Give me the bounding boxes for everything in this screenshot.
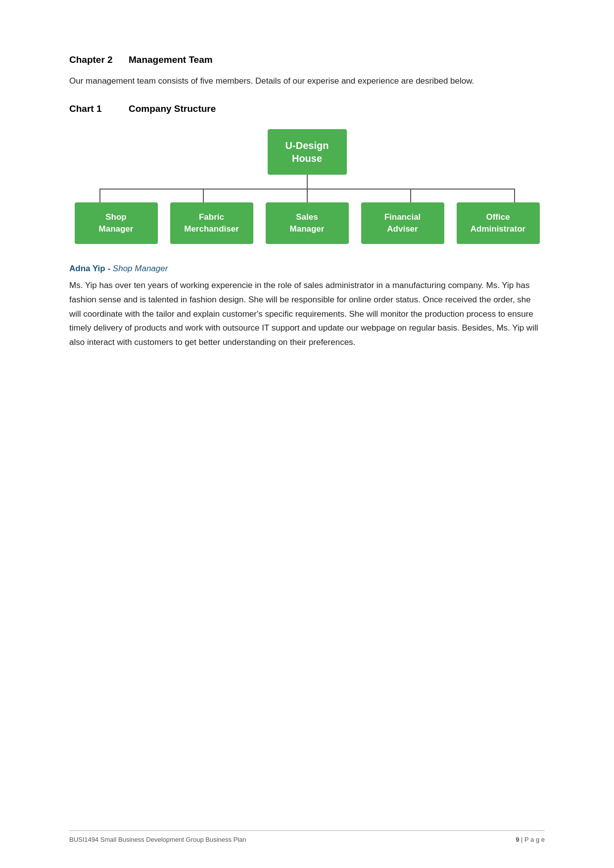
chapter-heading: Chapter 2 Management Team bbox=[69, 54, 545, 65]
person-role: Shop Manager bbox=[113, 264, 168, 273]
drop-1 bbox=[99, 190, 100, 202]
vertical-drops bbox=[99, 190, 515, 202]
node-shop-manager: ShopManager bbox=[75, 202, 158, 244]
org-chart: U-DesignHouse ShopManager Fabr bbox=[69, 129, 545, 244]
connector-area bbox=[69, 175, 545, 202]
chart-heading: Chart 1 Company Structure bbox=[69, 103, 545, 114]
footer-page: 9 | P a g e bbox=[516, 836, 545, 843]
drop-5 bbox=[514, 190, 515, 202]
chapter-label: Chapter 2 bbox=[69, 54, 129, 65]
footer-page-label: P a g e bbox=[524, 836, 545, 843]
top-node-container: U-DesignHouse bbox=[268, 129, 347, 175]
top-node-box: U-DesignHouse bbox=[268, 129, 347, 175]
node-fabric-merchandiser: FabricMerchandiser bbox=[170, 202, 253, 244]
person-description: Ms. Yip has over ten years of working ex… bbox=[69, 279, 545, 350]
chart-title: Company Structure bbox=[129, 103, 216, 114]
node-sales-manager: SalesManager bbox=[266, 202, 349, 244]
intro-text: Our management team consists of five mem… bbox=[69, 74, 545, 88]
page: Chapter 2 Management Team Our management… bbox=[0, 0, 614, 868]
footer: BUSI1494 Small Business Development Grou… bbox=[69, 830, 545, 843]
person-name: Adna Yip bbox=[69, 264, 105, 273]
footer-page-number: 9 bbox=[516, 836, 519, 843]
person-separator: - bbox=[105, 264, 113, 273]
horizontal-line bbox=[99, 189, 515, 190]
node-financial-adviser: FinancialAdviser bbox=[361, 202, 444, 244]
vertical-line-from-top bbox=[307, 175, 308, 189]
person-heading: Adna Yip - Shop Manager bbox=[69, 264, 545, 274]
chart-label: Chart 1 bbox=[69, 103, 129, 114]
drop-4 bbox=[410, 190, 411, 202]
drop-2 bbox=[203, 190, 204, 202]
node-office-administrator: OfficeAdministrator bbox=[457, 202, 540, 244]
footer-left-text: BUSI1494 Small Business Development Grou… bbox=[69, 836, 476, 843]
drop-3 bbox=[307, 190, 308, 202]
bottom-nodes-row: ShopManager FabricMerchandiser SalesMana… bbox=[75, 202, 540, 244]
chapter-title: Management Team bbox=[129, 54, 213, 65]
